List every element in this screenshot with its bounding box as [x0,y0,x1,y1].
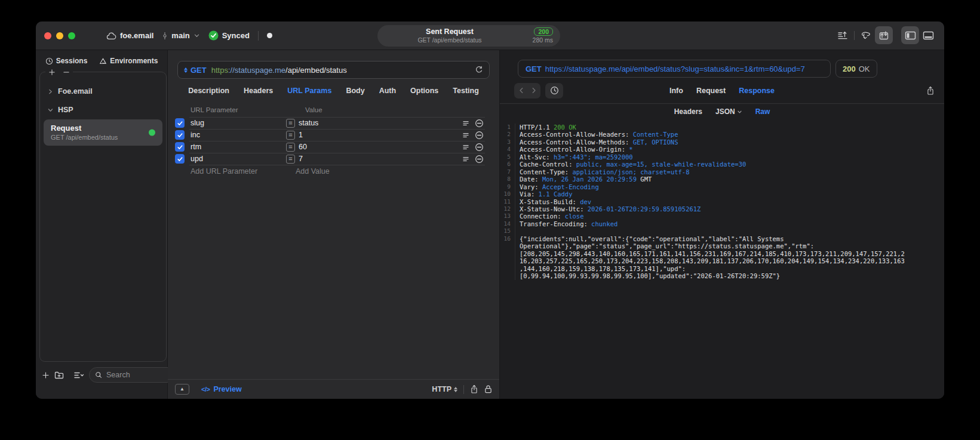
toggle-bottom-panel-button[interactable] [919,26,937,44]
add-value-placeholder[interactable]: Add Value [296,167,330,176]
sent-request-method: GET [526,64,542,73]
param-name[interactable]: inc [191,131,286,139]
param-checkbox[interactable] [175,130,185,140]
request-tab-url-params[interactable]: URL Params [287,87,331,95]
search-icon [95,371,102,379]
line-number: 11 [500,198,515,205]
back-button[interactable] [515,87,527,94]
method-stepper-icon[interactable] [184,67,188,73]
request-pane: GET https://statuspage.me/api/embed/stat… [168,50,500,399]
param-row-upd[interactable]: upd=7 [168,153,499,165]
request-url[interactable]: https://statuspage.me/api/embed/status [211,66,347,75]
param-value[interactable]: 7 [299,155,462,163]
line-text: Transfer-Encoding: chunked [515,220,944,227]
titlebar-actions [834,26,937,44]
request-tab-headers[interactable]: Headers [244,87,273,95]
line-number: 9 [500,183,515,190]
tree-group-foe-email[interactable]: Foe.email [40,82,166,100]
tab-environments[interactable]: Environments [99,57,158,65]
param-remove-icon[interactable] [475,119,484,128]
protocol-select[interactable]: HTTP [432,385,457,393]
param-value[interactable]: 1 [299,131,462,139]
sidebar-request-item[interactable]: RequestGET /api/embed/status [44,119,162,146]
branch-menu[interactable]: main [162,31,199,40]
request-tab-options[interactable]: Options [410,87,438,95]
param-value[interactable]: status [299,119,462,127]
param-row-slug[interactable]: slug=status [168,117,499,129]
history-button[interactable] [545,83,563,99]
param-options-icon[interactable] [462,119,470,127]
add-parameter-placeholder[interactable]: Add URL Parameter [168,167,296,176]
forward-button[interactable] [527,87,539,94]
status-badge: 200 [534,27,553,36]
chevron-down-icon [193,32,200,39]
line-text: HTTP/1.1 200 OK [515,124,944,131]
url-host: ://statuspage.me [228,66,285,75]
param-row-rtm[interactable]: rtm=60 [168,141,499,153]
response-tab-response[interactable]: Response [739,87,775,95]
param-name[interactable]: slug [191,119,286,127]
compare-button[interactable] [857,26,875,44]
response-tab-request-label: Request [696,87,726,95]
request-response-panel-button[interactable] [875,26,893,44]
preview-button[interactable]: </> Preview [201,385,242,393]
response-subtab-headers[interactable]: Headers [674,107,702,116]
response-subtab-json[interactable]: JSON [715,107,742,116]
toggle-sidebar-button[interactable] [901,26,919,44]
response-line: 6Cache-Control: public, max-age=15, stal… [500,161,944,168]
param-options-icon[interactable] [462,143,470,151]
response-line: 2Access-Control-Allow-Headers: Content-T… [500,131,944,138]
share-icon[interactable] [470,384,478,394]
param-options-icon[interactable] [462,131,470,139]
tab-sessions[interactable]: Sessions [45,57,88,65]
line-number: 4 [500,146,515,153]
minimize-button[interactable] [56,32,63,39]
request-url-bar[interactable]: GET https://statuspage.me/api/embed/stat… [177,61,490,79]
param-value[interactable]: 60 [299,143,462,151]
lock-icon[interactable] [484,384,492,394]
param-name[interactable]: rtm [191,143,286,151]
equals-icon: = [286,155,295,164]
param-checkbox[interactable] [175,142,185,152]
line-number: 10 [500,190,515,198]
params-header: URL Parameter Value [168,103,499,117]
collapse-panel-button[interactable]: ▲ [175,384,189,395]
zoom-button[interactable] [68,32,75,39]
sync-status[interactable]: Synced [208,30,250,41]
param-checkbox[interactable] [175,118,185,128]
param-options-icon[interactable] [462,155,470,163]
import-export-button[interactable] [834,26,852,44]
param-checkbox[interactable] [175,154,185,164]
sort-list-icon[interactable] [73,371,84,379]
close-button[interactable] [44,32,51,39]
response-tab-request[interactable]: Request [696,87,726,95]
send-refresh-icon[interactable] [475,66,483,74]
response-tab-info[interactable]: Info [669,87,683,95]
request-tab-auth[interactable]: Auth [379,87,396,95]
add-icon[interactable] [48,69,56,76]
new-request-icon[interactable] [42,371,50,379]
param-remove-icon[interactable] [475,131,484,140]
param-row-inc[interactable]: inc=1 [168,129,499,141]
project-menu[interactable]: foe.email [106,31,153,40]
export-response-icon[interactable] [926,86,935,96]
line-number: 13 [500,213,515,220]
new-folder-icon[interactable] [54,371,64,379]
branch-icon [162,32,168,40]
tree-group-hsp[interactable]: HSP [40,100,166,119]
sent-request-url[interactable]: GET https://statuspage.me/api/embed/stat… [518,60,831,78]
param-remove-icon[interactable] [475,143,484,152]
param-remove-icon[interactable] [475,155,484,164]
request-method[interactable]: GET [191,66,207,75]
request-tab-testing[interactable]: Testing [453,87,479,95]
request-summary-pill[interactable]: Sent Request GET /api/embed/status 200 2… [377,25,560,47]
param-name[interactable]: upd [191,155,286,163]
response-status-box: 200 OK [835,60,877,78]
unsaved-indicator [267,33,272,38]
response-subtab-raw[interactable]: Raw [755,107,770,116]
params-add-row[interactable]: Add URL Parameter Add Value [168,165,499,178]
remove-icon[interactable] [63,69,70,76]
request-tab-body[interactable]: Body [346,87,364,95]
request-tab-description[interactable]: Description [188,87,229,95]
line-text: Access-Control-Allow-Origin: * [515,146,944,153]
